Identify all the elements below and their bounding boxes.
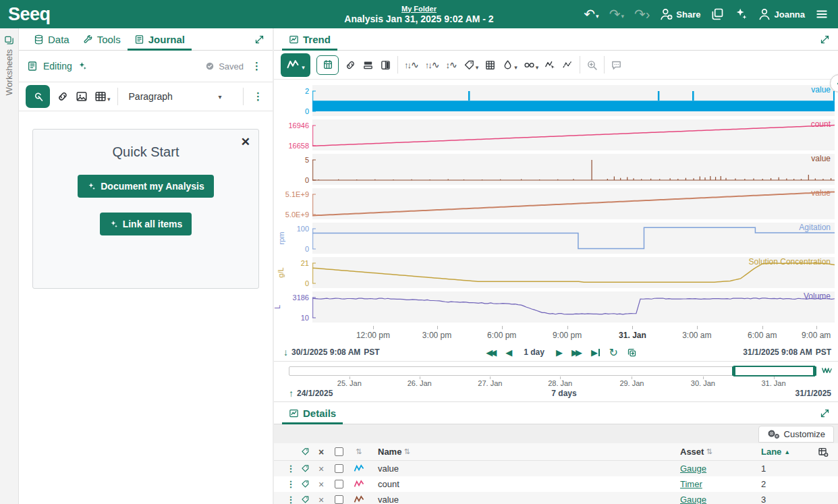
- zoom-in-button[interactable]: [586, 59, 598, 71]
- share-button[interactable]: Share: [660, 7, 700, 21]
- capsule-time-button[interactable]: [316, 55, 339, 75]
- signal-name[interactable]: value: [378, 495, 680, 504]
- details-expand-icon[interactable]: [817, 405, 833, 421]
- row-menu-icon[interactable]: ⋮: [281, 495, 301, 504]
- compare-view-button[interactable]: [362, 59, 374, 71]
- overview-end[interactable]: 31/1/2025: [795, 389, 831, 398]
- trend-lane-5[interactable]: rpm1000Agitation: [274, 223, 835, 254]
- lane-plot[interactable]: count: [312, 119, 835, 150]
- insert-table-button[interactable]: ▾: [94, 90, 111, 103]
- lane-plot[interactable]: value: [312, 188, 835, 219]
- tag-column-icon[interactable]: [301, 447, 318, 456]
- paragraph-format-dropdown[interactable]: Paragraph ▾: [125, 88, 226, 105]
- chart-type-button[interactable]: ▾: [281, 53, 310, 77]
- link-all-items-button[interactable]: Link all items: [100, 213, 192, 235]
- lane-series-label[interactable]: value: [811, 85, 831, 94]
- journal-expand-icon[interactable]: [252, 32, 267, 47]
- annotate-button[interactable]: [611, 59, 622, 71]
- row-checkbox[interactable]: [335, 495, 343, 504]
- analysis-title[interactable]: Analysis Jan 31, 2025 9:02 AM - 2: [344, 13, 493, 24]
- refresh-icon[interactable]: ↻: [609, 346, 617, 359]
- close-icon[interactable]: ✕: [241, 136, 250, 148]
- overview-track[interactable]: [289, 366, 816, 376]
- insert-image-button[interactable]: [76, 90, 88, 103]
- tab-trend[interactable]: Trend: [282, 28, 337, 50]
- overview-start[interactable]: ↑ 24/1/2025: [289, 388, 333, 399]
- dimming-button[interactable]: ▾: [524, 59, 539, 71]
- gridlines-button[interactable]: [484, 59, 496, 71]
- lane-axis[interactable]: 1694616658: [274, 119, 312, 150]
- lane-series-label[interactable]: Agitation: [799, 223, 831, 232]
- breadcrumb-my-folder[interactable]: My Folder: [401, 5, 437, 13]
- remove-column-icon[interactable]: ×: [318, 447, 335, 457]
- lane-series-label[interactable]: Volume: [804, 291, 831, 301]
- signal-name[interactable]: value: [378, 464, 680, 474]
- capsule-view-button[interactable]: [380, 59, 391, 71]
- user-menu[interactable]: Joanna: [758, 7, 805, 21]
- worksheets-rail[interactable]: Worksheets: [0, 28, 19, 504]
- cursor-values-button[interactable]: [544, 59, 556, 71]
- signal-name[interactable]: count: [378, 479, 680, 489]
- hamburger-menu[interactable]: [815, 7, 829, 21]
- row-checkbox[interactable]: [335, 480, 343, 488]
- customize-button[interactable]: Customize: [758, 426, 834, 443]
- present-mode-icon[interactable]: ↷›: [634, 7, 650, 21]
- chain-view-button[interactable]: [345, 59, 356, 71]
- auto-scale-button[interactable]: ↕∿: [445, 59, 457, 70]
- trend-lane-2[interactable]: 1694616658count: [274, 119, 835, 150]
- row-menu-icon[interactable]: ⋮: [281, 479, 301, 489]
- shaded-area-button[interactable]: ▾: [502, 59, 518, 71]
- one-axis-button[interactable]: ↑↓∿: [425, 59, 440, 70]
- lane-series-label[interactable]: value: [811, 188, 831, 198]
- range-start[interactable]: ↓ 30/1/2025 9:08 AM PST: [283, 347, 380, 358]
- lane-axis[interactable]: rpm1000: [274, 223, 312, 254]
- lane-plot[interactable]: Solution Concentration: [312, 257, 835, 288]
- row-checkbox[interactable]: [335, 464, 343, 473]
- undo-button[interactable]: ↶▾: [584, 7, 598, 21]
- copy-range-button[interactable]: [627, 347, 637, 358]
- column-asset[interactable]: Asset⇅: [680, 447, 761, 457]
- row-menu-icon[interactable]: ⋮: [281, 464, 301, 474]
- tab-journal[interactable]: Journal: [128, 28, 192, 50]
- asset-link[interactable]: Timer: [680, 479, 761, 489]
- trend-chart[interactable]: 20value1694616658count50value5.1E+95.0E+…: [274, 80, 838, 343]
- row-remove-icon[interactable]: ×: [318, 495, 335, 504]
- lane-plot[interactable]: value: [312, 85, 835, 116]
- compare-overlay-icon[interactable]: [821, 365, 833, 376]
- add-column-icon[interactable]: [818, 447, 829, 457]
- trend-lane-7[interactable]: L318610Volume: [274, 291, 835, 323]
- step-forward-fast-button[interactable]: ▶▶: [571, 347, 582, 358]
- insert-link-button[interactable]: [57, 90, 69, 103]
- lane-axis[interactable]: L318610: [274, 291, 312, 323]
- row-remove-icon[interactable]: ×: [318, 480, 335, 489]
- labels-button[interactable]: ▾: [464, 59, 479, 71]
- table-row[interactable]: ⋮ × value Gauge 3: [274, 492, 838, 504]
- sample-points-button[interactable]: [562, 59, 574, 71]
- row-remove-icon[interactable]: ×: [318, 464, 335, 474]
- time-axis[interactable]: 12:00 pm3:00 pm6:00 pm9:00 pm31. Jan3:00…: [312, 326, 831, 343]
- trend-lane-3[interactable]: 50value: [274, 154, 835, 185]
- seeq-logo[interactable]: Seeq: [8, 5, 51, 24]
- worksheets-overlay-button[interactable]: [710, 7, 724, 21]
- lane-axis[interactable]: 5.1E+95.0E+9: [274, 188, 312, 219]
- asset-link[interactable]: Gauge: [680, 495, 761, 504]
- step-forward-button[interactable]: ▶: [556, 347, 563, 358]
- step-back-button[interactable]: ◀: [505, 347, 512, 358]
- journal-options-menu[interactable]: ⋮: [249, 60, 264, 72]
- overview-selection-handle[interactable]: [733, 366, 815, 376]
- step-back-fast-button[interactable]: ◀◀: [486, 347, 497, 358]
- document-my-analysis-button[interactable]: Document my Analysis: [78, 175, 214, 198]
- column-lane[interactable]: Lane▲: [761, 447, 808, 457]
- lane-plot[interactable]: Volume: [312, 291, 835, 323]
- range-end[interactable]: 31/1/2025 9:08 AM PST: [743, 347, 831, 357]
- trend-expand-icon[interactable]: [817, 32, 833, 47]
- lane-series-label[interactable]: count: [811, 119, 831, 129]
- format-more-menu[interactable]: ⋮: [250, 90, 266, 103]
- trend-lane-4[interactable]: 5.1E+95.0E+9value: [274, 188, 835, 219]
- lane-series-label[interactable]: Solution Concentration: [749, 257, 831, 267]
- lane-plot[interactable]: Agitation: [312, 223, 835, 254]
- tab-data[interactable]: Data: [27, 28, 76, 50]
- select-all-checkbox[interactable]: [335, 447, 343, 456]
- step-to-end-button[interactable]: ▶: [591, 347, 600, 358]
- sort-type-icon[interactable]: ⇅: [356, 447, 378, 456]
